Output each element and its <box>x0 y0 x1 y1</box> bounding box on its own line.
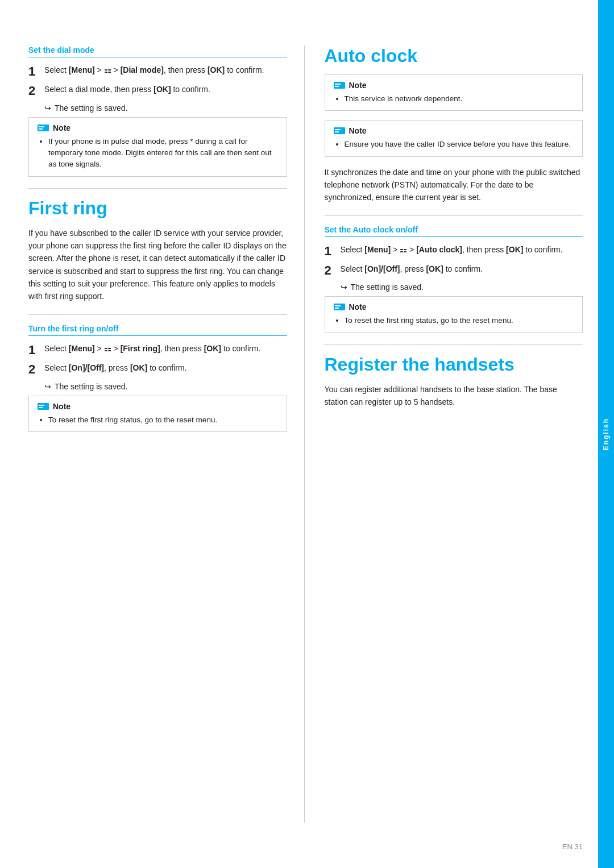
svg-rect-4 <box>39 405 44 406</box>
auto-clock-step-2: 2 Select [On]/[Off], press [OK] to confi… <box>325 263 583 278</box>
svg-rect-5 <box>39 407 43 408</box>
note-icon-2 <box>37 402 49 411</box>
svg-rect-13 <box>335 305 341 306</box>
auto-clock-note3-text: To reset the first ring status, go to th… <box>333 315 575 326</box>
dial-note-box: Note If your phone is in pulse dial mode… <box>28 117 287 177</box>
page: English Set the dial mode 1 Select [Menu… <box>0 0 614 868</box>
auto-clock-note1-bullet: This service is network dependent. <box>345 93 575 105</box>
svg-rect-14 <box>335 308 339 309</box>
svg-rect-0 <box>38 124 49 131</box>
first-ring-body: If you have subscribed to the caller ID … <box>28 227 287 303</box>
first-ring-arrow: ↪ The setting is saved. <box>44 382 287 391</box>
svg-rect-2 <box>39 128 43 130</box>
auto-clock-arrow-text: The setting is saved. <box>351 283 424 292</box>
set-dial-mode-title: Set the dial mode <box>28 45 287 57</box>
auto-clock-step-1-num: 1 <box>325 244 341 259</box>
svg-rect-9 <box>334 127 345 134</box>
first-ring-note-text: To reset the first ring status, go to th… <box>37 414 279 426</box>
divider-3 <box>325 215 583 216</box>
svg-rect-6 <box>334 82 345 89</box>
auto-clock-note3-bullet: To reset the first ring status, go to th… <box>345 315 575 326</box>
svg-rect-12 <box>334 304 345 310</box>
first-ring-note-bullet: To reset the first ring status, go to th… <box>48 414 279 426</box>
dial-step-2: 2 Select a dial mode, then press [OK] to… <box>28 84 287 98</box>
page-footer: EN 31 <box>562 842 583 851</box>
first-ring-title: First ring <box>28 198 287 219</box>
dial-step-1: 1 Select [Menu] > ⚏ > [Dial mode], then … <box>28 64 287 79</box>
auto-clock-section: Auto clock Note <box>325 45 583 333</box>
left-column: Set the dial mode 1 Select [Menu] > ⚏ > … <box>28 45 305 823</box>
auto-clock-note1-box: Note This service is network dependent. <box>325 74 583 111</box>
dial-step-2-text: Select a dial mode, then press [OK] to c… <box>44 84 210 95</box>
divider-1 <box>28 188 287 189</box>
auto-clock-note1-text: This service is network dependent. <box>333 93 575 105</box>
auto-clock-step-2-num: 2 <box>325 263 341 278</box>
dial-step-1-num: 1 <box>28 64 44 79</box>
first-ring-section: First ring If you have subscribed to the… <box>28 198 287 432</box>
auto-clock-step-2-text: Select [On]/[Off], press [OK] to confirm… <box>341 263 483 275</box>
note-icon-3 <box>333 81 346 90</box>
svg-rect-3 <box>38 403 49 410</box>
svg-rect-10 <box>335 129 341 130</box>
dial-note-bullet: If your phone is in pulse dial mode, pre… <box>48 136 279 171</box>
auto-clock-note3-label: Note <box>349 302 367 312</box>
side-tab-label: English <box>602 418 610 450</box>
dial-note-header: Note <box>37 123 279 132</box>
note-icon <box>37 123 49 132</box>
auto-clock-note2-text: Ensure you have the caller ID service be… <box>333 139 575 150</box>
arrow-symbol-3: ↪ <box>341 283 347 292</box>
turn-first-ring-title: Turn the first ring on/off <box>28 324 287 336</box>
register-handsets-title: Register the handsets <box>325 354 583 375</box>
first-ring-note-header: Note <box>37 402 279 411</box>
set-auto-clock-section: Set the Auto clock on/off 1 Select [Menu… <box>325 225 583 333</box>
first-ring-step-1-num: 1 <box>28 343 44 358</box>
register-handsets-body: You can register additional handsets to … <box>325 383 583 409</box>
auto-clock-note1-label: Note <box>349 81 367 90</box>
divider-4 <box>325 344 583 345</box>
auto-clock-step-1: 1 Select [Menu] > ⚏ > [Auto clock], then… <box>325 244 583 259</box>
first-ring-step-2: 2 Select [On]/[Off], press [OK] to confi… <box>28 362 287 377</box>
auto-clock-note2-header: Note <box>333 126 575 135</box>
svg-rect-8 <box>335 86 339 87</box>
turn-first-ring-section: Turn the first ring on/off 1 Select [Men… <box>28 324 287 432</box>
note-icon-5 <box>333 302 346 312</box>
first-ring-step-2-text: Select [On]/[Off], press [OK] to confirm… <box>44 362 187 374</box>
dial-step-1-text: Select [Menu] > ⚏ > [Dial mode], then pr… <box>44 64 264 76</box>
auto-clock-body: It synchronizes the date and time on you… <box>325 166 583 204</box>
main-content: Set the dial mode 1 Select [Menu] > ⚏ > … <box>0 23 614 845</box>
first-ring-step-1-text: Select [Menu] > ⚏ > [First ring], then p… <box>44 343 260 355</box>
dial-arrow: ↪ The setting is saved. <box>44 103 287 113</box>
auto-clock-note2-box: Note Ensure you have the caller ID servi… <box>325 120 583 156</box>
auto-clock-note2-bullet: Ensure you have the caller ID service be… <box>345 139 575 150</box>
arrow-symbol-2: ↪ <box>44 382 51 391</box>
auto-clock-arrow: ↪ The setting is saved. <box>341 283 583 292</box>
dial-arrow-text: The setting is saved. <box>55 103 127 113</box>
dial-note-text: If your phone is in pulse dial mode, pre… <box>37 136 279 171</box>
auto-clock-note3-header: Note <box>333 302 575 312</box>
register-handsets-section: Register the handsets You can register a… <box>325 354 583 409</box>
auto-clock-note2-label: Note <box>349 126 367 135</box>
auto-clock-note3-box: Note To reset the first ring status, go … <box>325 296 583 333</box>
first-ring-step-1: 1 Select [Menu] > ⚏ > [First ring], then… <box>28 343 287 358</box>
first-ring-step-2-num: 2 <box>28 362 44 377</box>
set-dial-mode-section: Set the dial mode 1 Select [Menu] > ⚏ > … <box>28 45 287 177</box>
arrow-symbol: ↪ <box>44 103 51 113</box>
set-auto-clock-title: Set the Auto clock on/off <box>325 225 583 237</box>
first-ring-note-label: Note <box>53 402 70 411</box>
svg-rect-11 <box>335 131 339 132</box>
right-column: Auto clock Note <box>305 45 583 823</box>
svg-rect-7 <box>335 84 341 85</box>
dial-note-label: Note <box>53 123 70 132</box>
first-ring-note-box: Note To reset the first ring status, go … <box>28 396 287 432</box>
auto-clock-step-1-text: Select [Menu] > ⚏ > [Auto clock], then p… <box>341 244 563 256</box>
auto-clock-title: Auto clock <box>325 45 583 67</box>
note-icon-4 <box>333 126 346 135</box>
auto-clock-note1-header: Note <box>333 81 575 90</box>
dial-step-2-num: 2 <box>28 84 44 98</box>
side-tab: English <box>598 0 614 868</box>
divider-2 <box>28 314 287 315</box>
svg-rect-1 <box>39 126 44 127</box>
first-ring-arrow-text: The setting is saved. <box>55 382 127 391</box>
